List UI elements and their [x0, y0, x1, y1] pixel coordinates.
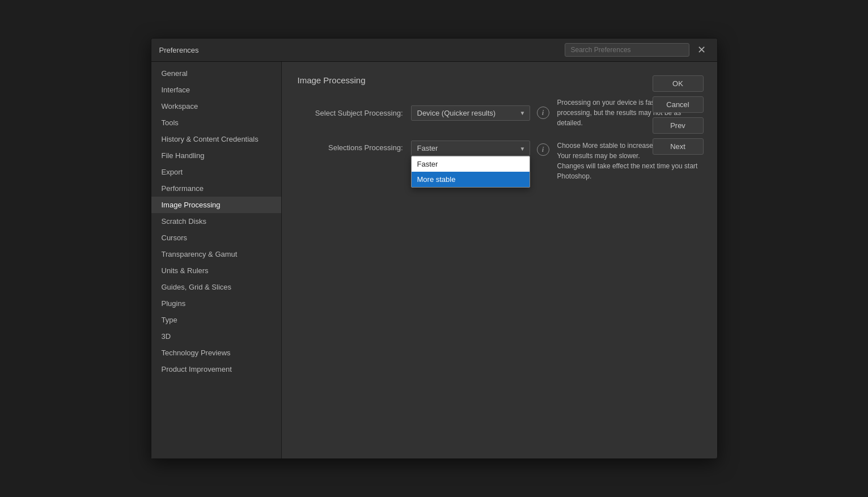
select-subject-label: Select Subject Processing:: [298, 109, 411, 117]
sidebar-item-cursors[interactable]: Cursors: [151, 230, 281, 246]
sidebar-item-export[interactable]: Export: [151, 164, 281, 180]
title-bar-right: ✕: [565, 43, 709, 57]
sidebar-item-transparency-gamut[interactable]: Transparency & Gamut: [151, 246, 281, 262]
select-subject-info-icon: i: [537, 107, 549, 119]
sidebar-item-file-handling[interactable]: File Handling: [151, 147, 281, 164]
title-bar: Preferences ✕: [151, 39, 717, 62]
ok-button[interactable]: OK: [653, 75, 704, 92]
selections-processing-wrapper: Faster More stable ▼ Faster More stable: [411, 141, 530, 156]
next-button[interactable]: Next: [653, 138, 704, 155]
selections-processing-label: Selections Processing:: [298, 143, 411, 152]
selections-processing-dropdown-open: Faster More stable: [411, 156, 530, 188]
sidebar-item-technology-previews[interactable]: Technology Previews: [151, 345, 281, 361]
sidebar-item-tools[interactable]: Tools: [151, 114, 281, 131]
dropdown-option-more-stable[interactable]: More stable: [412, 172, 530, 187]
dropdown-option-faster[interactable]: Faster: [412, 156, 530, 172]
sidebar-item-workspace[interactable]: Workspace: [151, 98, 281, 114]
selections-info-line2: Your results may be slower.: [557, 152, 640, 160]
sidebar-item-image-processing[interactable]: Image Processing: [151, 197, 281, 213]
sidebar-item-plugins[interactable]: Plugins: [151, 295, 281, 312]
sidebar-item-general[interactable]: General: [151, 65, 281, 82]
selections-processing-row: Selections Processing: Faster More stabl…: [298, 141, 701, 181]
action-buttons: OK Cancel Prev Next: [653, 75, 704, 155]
sidebar-item-type[interactable]: Type: [151, 312, 281, 328]
selections-info-line3: Changes will take effect the next time y…: [557, 162, 698, 180]
sidebar-item-scratch-disks[interactable]: Scratch Disks: [151, 213, 281, 230]
select-subject-dropdown[interactable]: Device (Quicker results) Cloud (More det…: [411, 105, 530, 121]
section-title: Image Processing: [298, 75, 701, 85]
select-subject-wrapper: Device (Quicker results) Cloud (More det…: [411, 105, 530, 121]
sidebar-item-units-rulers[interactable]: Units & Rulers: [151, 262, 281, 279]
sidebar-item-history[interactable]: History & Content Credentials: [151, 131, 281, 147]
search-input[interactable]: [565, 43, 689, 57]
sidebar-item-3d[interactable]: 3D: [151, 328, 281, 345]
selections-info-icon: i: [537, 143, 549, 156]
sidebar-item-product-improvement[interactable]: Product Improvement: [151, 361, 281, 377]
close-button[interactable]: ✕: [694, 44, 709, 56]
dialog-title: Preferences: [159, 46, 199, 54]
selections-processing-dropdown[interactable]: Faster More stable: [411, 141, 530, 156]
cancel-button[interactable]: Cancel: [653, 96, 704, 113]
main-content: Image Processing Select Subject Processi…: [282, 62, 717, 458]
sidebar-item-performance[interactable]: Performance: [151, 180, 281, 197]
preferences-dialog: Preferences ✕ General Interface Workspac…: [151, 38, 718, 459]
sidebar-item-interface[interactable]: Interface: [151, 82, 281, 98]
dialog-body: General Interface Workspace Tools Histor…: [151, 62, 717, 458]
prev-button[interactable]: Prev: [653, 117, 704, 134]
sidebar-item-guides-grid-slices[interactable]: Guides, Grid & Slices: [151, 279, 281, 295]
select-subject-row: Select Subject Processing: Device (Quick…: [298, 97, 701, 128]
sidebar: General Interface Workspace Tools Histor…: [151, 62, 282, 458]
